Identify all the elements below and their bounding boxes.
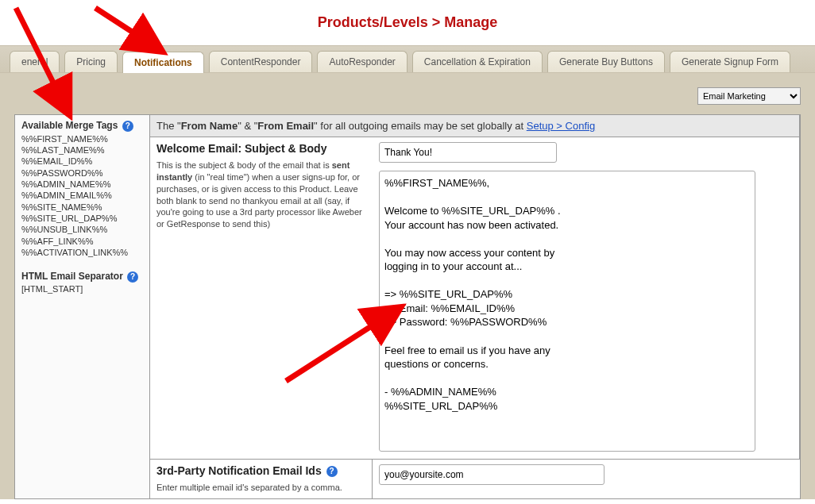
tab-pricing[interactable]: Pricing xyxy=(64,51,118,72)
merge-tag: %%AFF_LINK%% xyxy=(21,236,143,247)
merge-tag: %%ACTIVATION_LINK%% xyxy=(21,247,143,258)
category-dropdown[interactable]: Email Marketing xyxy=(697,87,801,105)
merge-tags-heading: Available Merge Tags ? xyxy=(21,120,143,132)
tabs-bar: eneralPricingNotificationsContentRespond… xyxy=(0,45,815,73)
global-from-banner: The "From Name" & "From Email" for all o… xyxy=(150,115,800,137)
tab-cancellation-expiration[interactable]: Cancellation & Expiration xyxy=(412,51,543,72)
tab-autoresponder[interactable]: AutoResponder xyxy=(317,51,407,72)
thirdparty-email-input[interactable] xyxy=(379,464,604,485)
tab-contentresponder[interactable]: ContentResponder xyxy=(209,51,313,72)
merge-tags-list: %%FIRST_NAME%%%%LAST_NAME%%%%EMAIL_ID%%%… xyxy=(21,133,143,258)
merge-tag: %%ADMIN_EMAIL%% xyxy=(21,190,143,201)
thirdparty-label-cell: 3rd-Party Notification Email Ids ? Enter… xyxy=(150,460,373,499)
welcome-subject-input[interactable] xyxy=(379,142,557,163)
welcome-email-label-cell: Welcome Email: Subject & Body This is th… xyxy=(150,137,373,460)
merge-tag: %%ADMIN_NAME%% xyxy=(21,179,143,190)
help-icon[interactable]: ? xyxy=(326,466,338,477)
setup-config-link[interactable]: Setup > Config xyxy=(527,120,595,132)
help-icon[interactable]: ? xyxy=(122,121,133,132)
help-icon[interactable]: ? xyxy=(127,271,138,283)
sidebar: Available Merge Tags ? %%FIRST_NAME%%%%L… xyxy=(15,115,150,499)
merge-tag: %%SITE_URL_DAP%% xyxy=(21,213,143,224)
content-grid: Available Merge Tags ? %%FIRST_NAME%%%%L… xyxy=(14,114,801,499)
thirdparty-desc: Enter multiple email id's separated by a… xyxy=(156,482,365,494)
merge-tag: %%UNSUB_LINK%% xyxy=(21,224,143,235)
tab-generate-signup-form[interactable]: Generate Signup Form xyxy=(670,51,790,72)
welcome-body-textarea[interactable] xyxy=(379,171,755,452)
tab-generate-buy-buttons[interactable]: Generate Buy Buttons xyxy=(547,51,665,72)
merge-tag: %%PASSWORD%% xyxy=(21,167,143,179)
toolbar: Email Marketing xyxy=(14,87,801,105)
html-separator-value: [HTML_START] xyxy=(21,284,143,294)
tab-notifications[interactable]: Notifications xyxy=(122,52,204,73)
merge-tag: %%LAST_NAME%% xyxy=(21,144,143,156)
welcome-email-title: Welcome Email: Subject & Body xyxy=(156,142,366,155)
merge-tag: %%SITE_NAME%% xyxy=(21,202,143,213)
html-separator-heading: HTML Email Separator ? xyxy=(21,271,143,283)
page-title: Products/Levels > Manage xyxy=(0,14,815,31)
thirdparty-fields-cell xyxy=(373,460,800,499)
panel-body: Email Marketing Available Merge Tags ? %… xyxy=(0,73,815,499)
merge-tag: %%FIRST_NAME%% xyxy=(21,133,143,144)
welcome-email-fields-cell xyxy=(373,137,800,460)
tab-eneral[interactable]: eneral xyxy=(10,51,60,72)
welcome-email-desc: This is the subject & body of the email … xyxy=(156,160,366,230)
merge-tag: %%EMAIL_ID%% xyxy=(21,156,143,167)
thirdparty-title: 3rd-Party Notification Email Ids ? xyxy=(156,464,365,477)
